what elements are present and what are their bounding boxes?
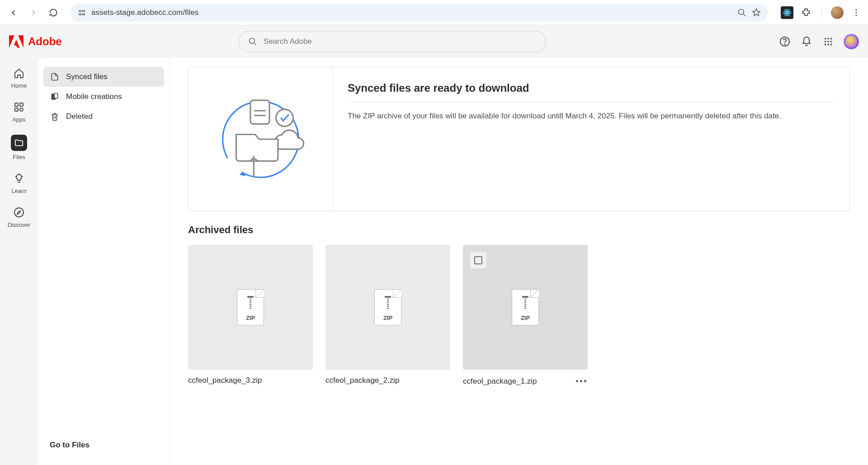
rail-label: Files bbox=[13, 154, 25, 160]
rail-label: Learn bbox=[11, 188, 26, 194]
sidebar-item-deleted[interactable]: Deleted bbox=[43, 107, 164, 127]
reload-button[interactable] bbox=[45, 5, 61, 21]
svg-point-22 bbox=[827, 44, 829, 46]
chrome-profile-avatar[interactable] bbox=[831, 6, 844, 19]
rail-apps[interactable]: Apps bbox=[12, 101, 26, 123]
svg-rect-1 bbox=[83, 10, 85, 11]
toolbar-divider bbox=[821, 7, 822, 18]
file-card: ZIP ccfeol_package_1.zip ••• bbox=[463, 245, 588, 386]
address-bar[interactable]: assets-stage.adobecc.com/files bbox=[71, 4, 768, 22]
svg-rect-2 bbox=[79, 14, 81, 15]
banner-description: The ZIP archive of your files will be av… bbox=[348, 102, 791, 122]
main-body: Synced files are ready to download The Z… bbox=[170, 58, 868, 465]
app-header: Adobe bbox=[0, 25, 868, 58]
discover-icon bbox=[13, 206, 25, 219]
svg-point-17 bbox=[830, 38, 832, 40]
trash-icon bbox=[50, 112, 60, 122]
select-checkbox[interactable] bbox=[470, 252, 486, 268]
url-text: assets-stage.adobecc.com/files bbox=[91, 8, 732, 17]
forward-button[interactable] bbox=[25, 5, 42, 21]
home-icon bbox=[13, 67, 25, 80]
chrome-menu-button[interactable] bbox=[850, 6, 863, 19]
rail-label: Apps bbox=[12, 116, 26, 123]
svg-point-20 bbox=[830, 41, 832, 42]
file-grid: ZIP ccfeol_package_3.zip ZIP bbox=[188, 245, 850, 386]
svg-point-21 bbox=[825, 44, 826, 46]
rail-label: Home bbox=[11, 82, 27, 89]
rail-learn[interactable]: Learn bbox=[11, 172, 26, 194]
browser-toolbar: assets-stage.adobecc.com/files bbox=[0, 0, 868, 25]
svg-rect-3 bbox=[83, 14, 85, 15]
file-thumbnail[interactable]: ZIP bbox=[188, 245, 313, 370]
sidebar-item-label: Mobile creations bbox=[66, 92, 122, 101]
svg-point-14 bbox=[784, 44, 785, 45]
extensions-icon[interactable] bbox=[800, 6, 812, 19]
zip-label: ZIP bbox=[246, 315, 255, 321]
zip-label: ZIP bbox=[521, 315, 530, 321]
apps-grid-icon[interactable] bbox=[822, 35, 835, 48]
content-panel: Synced files Mobile creations Deleted Go… bbox=[38, 58, 868, 465]
file-name: ccfeol_package_3.zip bbox=[188, 376, 262, 385]
files-icon bbox=[11, 135, 27, 151]
zip-icon: ZIP bbox=[374, 289, 401, 325]
user-avatar[interactable] bbox=[844, 34, 859, 49]
svg-rect-26 bbox=[15, 108, 18, 111]
left-rail: Home Apps Files Learn Discover bbox=[0, 58, 38, 465]
banner-title: Synced files are ready to download bbox=[348, 82, 835, 102]
svg-rect-30 bbox=[54, 94, 58, 99]
sidebar-item-label: Deleted bbox=[66, 112, 93, 121]
archived-section-title: Archived files bbox=[188, 224, 850, 236]
sidebar-item-synced-files[interactable]: Synced files bbox=[43, 67, 164, 87]
zoom-icon[interactable] bbox=[737, 8, 746, 17]
mobile-icon bbox=[50, 92, 60, 102]
search-input[interactable] bbox=[264, 37, 537, 46]
sidebar-item-label: Synced files bbox=[66, 72, 108, 81]
file-card: ZIP ccfeol_package_3.zip bbox=[188, 245, 313, 386]
svg-rect-24 bbox=[15, 103, 18, 106]
svg-point-27 bbox=[20, 108, 23, 111]
learn-icon bbox=[13, 172, 25, 185]
file-card: ZIP ccfeol_package_2.zip bbox=[326, 245, 450, 386]
zip-label: ZIP bbox=[383, 315, 392, 321]
svg-point-16 bbox=[827, 38, 829, 40]
file-thumbnail[interactable]: ZIP bbox=[463, 245, 588, 370]
svg-point-12 bbox=[250, 38, 255, 44]
svg-point-28 bbox=[14, 208, 24, 217]
back-button[interactable] bbox=[5, 5, 22, 21]
react-devtools-icon[interactable] bbox=[781, 6, 793, 19]
svg-point-19 bbox=[827, 41, 829, 42]
adobe-mark-icon bbox=[9, 35, 24, 48]
svg-point-11 bbox=[855, 14, 857, 16]
svg-point-10 bbox=[855, 12, 857, 13]
sidebar: Synced files Mobile creations Deleted Go… bbox=[38, 58, 170, 465]
search-icon bbox=[248, 37, 257, 46]
rail-files[interactable]: Files bbox=[11, 135, 27, 160]
adobe-logo[interactable]: Adobe bbox=[9, 35, 181, 48]
banner-illustration bbox=[189, 67, 333, 211]
download-banner: Synced files are ready to download The Z… bbox=[188, 67, 850, 211]
file-icon bbox=[50, 72, 60, 82]
svg-rect-31 bbox=[250, 100, 269, 124]
bookmark-star-icon[interactable] bbox=[752, 8, 761, 17]
sidebar-item-mobile-creations[interactable]: Mobile creations bbox=[43, 87, 164, 107]
file-name: ccfeol_package_1.zip bbox=[463, 377, 537, 386]
svg-point-34 bbox=[276, 109, 293, 127]
rail-home[interactable]: Home bbox=[11, 67, 27, 89]
svg-point-15 bbox=[825, 38, 826, 40]
notifications-icon[interactable] bbox=[800, 35, 813, 48]
more-actions-button[interactable]: ••• bbox=[576, 376, 588, 386]
svg-rect-0 bbox=[79, 10, 81, 11]
search-box[interactable] bbox=[239, 31, 546, 52]
svg-point-4 bbox=[739, 9, 744, 14]
file-thumbnail[interactable]: ZIP bbox=[326, 245, 450, 370]
svg-point-5 bbox=[786, 12, 788, 13]
svg-point-23 bbox=[830, 44, 832, 46]
site-settings-icon bbox=[78, 9, 86, 17]
svg-rect-25 bbox=[20, 103, 23, 106]
rail-label: Discover bbox=[8, 221, 31, 228]
svg-point-18 bbox=[825, 41, 826, 42]
zip-icon: ZIP bbox=[512, 289, 539, 325]
rail-discover[interactable]: Discover bbox=[8, 206, 31, 228]
help-icon[interactable] bbox=[778, 35, 791, 48]
go-to-files-link[interactable]: Go to Files bbox=[43, 434, 164, 456]
